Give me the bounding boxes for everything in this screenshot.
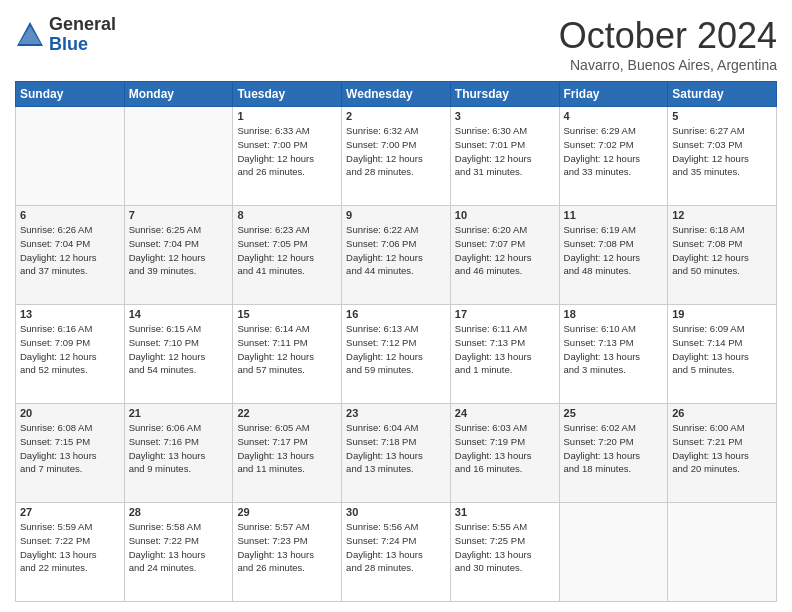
calendar-cell: 29Sunrise: 5:57 AMSunset: 7:23 PMDayligh… xyxy=(233,503,342,602)
calendar-cell: 20Sunrise: 6:08 AMSunset: 7:15 PMDayligh… xyxy=(16,404,125,503)
day-number: 1 xyxy=(237,110,337,122)
day-info: Sunrise: 6:26 AMSunset: 7:04 PMDaylight:… xyxy=(20,223,120,278)
day-info: Sunrise: 6:25 AMSunset: 7:04 PMDaylight:… xyxy=(129,223,229,278)
calendar-cell: 25Sunrise: 6:02 AMSunset: 7:20 PMDayligh… xyxy=(559,404,668,503)
calendar-cell xyxy=(559,503,668,602)
svg-marker-1 xyxy=(19,26,41,44)
day-number: 16 xyxy=(346,308,446,320)
day-number: 20 xyxy=(20,407,120,419)
day-info: Sunrise: 6:08 AMSunset: 7:15 PMDaylight:… xyxy=(20,421,120,476)
calendar-cell: 23Sunrise: 6:04 AMSunset: 7:18 PMDayligh… xyxy=(342,404,451,503)
day-info: Sunrise: 6:23 AMSunset: 7:05 PMDaylight:… xyxy=(237,223,337,278)
calendar-cell: 9Sunrise: 6:22 AMSunset: 7:06 PMDaylight… xyxy=(342,206,451,305)
calendar-week-row: 6Sunrise: 6:26 AMSunset: 7:04 PMDaylight… xyxy=(16,206,777,305)
logo-blue: Blue xyxy=(49,35,116,55)
day-info: Sunrise: 6:33 AMSunset: 7:00 PMDaylight:… xyxy=(237,124,337,179)
page: General Blue October 2024 Navarro, Bueno… xyxy=(0,0,792,612)
day-number: 9 xyxy=(346,209,446,221)
day-number: 18 xyxy=(564,308,664,320)
calendar-cell xyxy=(16,107,125,206)
day-info: Sunrise: 6:11 AMSunset: 7:13 PMDaylight:… xyxy=(455,322,555,377)
calendar-day-header: Monday xyxy=(124,82,233,107)
day-number: 8 xyxy=(237,209,337,221)
day-number: 21 xyxy=(129,407,229,419)
logo-text: General Blue xyxy=(49,15,116,55)
calendar-day-header: Sunday xyxy=(16,82,125,107)
calendar-cell xyxy=(668,503,777,602)
calendar-header-row: SundayMondayTuesdayWednesdayThursdayFrid… xyxy=(16,82,777,107)
day-number: 14 xyxy=(129,308,229,320)
calendar-cell: 5Sunrise: 6:27 AMSunset: 7:03 PMDaylight… xyxy=(668,107,777,206)
calendar-cell: 6Sunrise: 6:26 AMSunset: 7:04 PMDaylight… xyxy=(16,206,125,305)
day-info: Sunrise: 6:03 AMSunset: 7:19 PMDaylight:… xyxy=(455,421,555,476)
day-info: Sunrise: 6:06 AMSunset: 7:16 PMDaylight:… xyxy=(129,421,229,476)
calendar-cell: 18Sunrise: 6:10 AMSunset: 7:13 PMDayligh… xyxy=(559,305,668,404)
calendar-cell: 13Sunrise: 6:16 AMSunset: 7:09 PMDayligh… xyxy=(16,305,125,404)
day-info: Sunrise: 6:05 AMSunset: 7:17 PMDaylight:… xyxy=(237,421,337,476)
calendar-cell: 7Sunrise: 6:25 AMSunset: 7:04 PMDaylight… xyxy=(124,206,233,305)
calendar-week-row: 20Sunrise: 6:08 AMSunset: 7:15 PMDayligh… xyxy=(16,404,777,503)
calendar-cell: 28Sunrise: 5:58 AMSunset: 7:22 PMDayligh… xyxy=(124,503,233,602)
day-info: Sunrise: 6:16 AMSunset: 7:09 PMDaylight:… xyxy=(20,322,120,377)
calendar-cell: 17Sunrise: 6:11 AMSunset: 7:13 PMDayligh… xyxy=(450,305,559,404)
calendar-cell: 31Sunrise: 5:55 AMSunset: 7:25 PMDayligh… xyxy=(450,503,559,602)
day-info: Sunrise: 6:10 AMSunset: 7:13 PMDaylight:… xyxy=(564,322,664,377)
day-info: Sunrise: 6:27 AMSunset: 7:03 PMDaylight:… xyxy=(672,124,772,179)
day-info: Sunrise: 5:59 AMSunset: 7:22 PMDaylight:… xyxy=(20,520,120,575)
day-info: Sunrise: 6:00 AMSunset: 7:21 PMDaylight:… xyxy=(672,421,772,476)
day-number: 31 xyxy=(455,506,555,518)
logo-general: General xyxy=(49,15,116,35)
day-number: 23 xyxy=(346,407,446,419)
day-info: Sunrise: 6:19 AMSunset: 7:08 PMDaylight:… xyxy=(564,223,664,278)
day-number: 11 xyxy=(564,209,664,221)
day-info: Sunrise: 6:18 AMSunset: 7:08 PMDaylight:… xyxy=(672,223,772,278)
day-number: 29 xyxy=(237,506,337,518)
calendar-cell: 11Sunrise: 6:19 AMSunset: 7:08 PMDayligh… xyxy=(559,206,668,305)
calendar-cell: 19Sunrise: 6:09 AMSunset: 7:14 PMDayligh… xyxy=(668,305,777,404)
day-number: 30 xyxy=(346,506,446,518)
day-number: 5 xyxy=(672,110,772,122)
day-number: 25 xyxy=(564,407,664,419)
calendar-cell xyxy=(124,107,233,206)
day-number: 4 xyxy=(564,110,664,122)
day-number: 15 xyxy=(237,308,337,320)
calendar-day-header: Friday xyxy=(559,82,668,107)
calendar-table: SundayMondayTuesdayWednesdayThursdayFrid… xyxy=(15,81,777,602)
calendar-week-row: 13Sunrise: 6:16 AMSunset: 7:09 PMDayligh… xyxy=(16,305,777,404)
calendar-cell: 16Sunrise: 6:13 AMSunset: 7:12 PMDayligh… xyxy=(342,305,451,404)
day-number: 28 xyxy=(129,506,229,518)
day-info: Sunrise: 6:15 AMSunset: 7:10 PMDaylight:… xyxy=(129,322,229,377)
day-number: 27 xyxy=(20,506,120,518)
day-number: 22 xyxy=(237,407,337,419)
day-number: 10 xyxy=(455,209,555,221)
calendar-cell: 30Sunrise: 5:56 AMSunset: 7:24 PMDayligh… xyxy=(342,503,451,602)
day-info: Sunrise: 5:58 AMSunset: 7:22 PMDaylight:… xyxy=(129,520,229,575)
calendar-cell: 15Sunrise: 6:14 AMSunset: 7:11 PMDayligh… xyxy=(233,305,342,404)
logo-icon xyxy=(15,20,45,50)
day-info: Sunrise: 6:20 AMSunset: 7:07 PMDaylight:… xyxy=(455,223,555,278)
day-info: Sunrise: 5:57 AMSunset: 7:23 PMDaylight:… xyxy=(237,520,337,575)
month-title: October 2024 xyxy=(559,15,777,57)
calendar-cell: 2Sunrise: 6:32 AMSunset: 7:00 PMDaylight… xyxy=(342,107,451,206)
calendar-cell: 27Sunrise: 5:59 AMSunset: 7:22 PMDayligh… xyxy=(16,503,125,602)
day-info: Sunrise: 6:02 AMSunset: 7:20 PMDaylight:… xyxy=(564,421,664,476)
day-number: 2 xyxy=(346,110,446,122)
calendar-day-header: Thursday xyxy=(450,82,559,107)
day-info: Sunrise: 6:09 AMSunset: 7:14 PMDaylight:… xyxy=(672,322,772,377)
calendar-cell: 3Sunrise: 6:30 AMSunset: 7:01 PMDaylight… xyxy=(450,107,559,206)
day-info: Sunrise: 6:13 AMSunset: 7:12 PMDaylight:… xyxy=(346,322,446,377)
calendar-cell: 21Sunrise: 6:06 AMSunset: 7:16 PMDayligh… xyxy=(124,404,233,503)
day-number: 12 xyxy=(672,209,772,221)
day-info: Sunrise: 6:32 AMSunset: 7:00 PMDaylight:… xyxy=(346,124,446,179)
calendar-cell: 26Sunrise: 6:00 AMSunset: 7:21 PMDayligh… xyxy=(668,404,777,503)
calendar-cell: 14Sunrise: 6:15 AMSunset: 7:10 PMDayligh… xyxy=(124,305,233,404)
day-number: 26 xyxy=(672,407,772,419)
calendar-day-header: Tuesday xyxy=(233,82,342,107)
day-info: Sunrise: 6:29 AMSunset: 7:02 PMDaylight:… xyxy=(564,124,664,179)
calendar-cell: 1Sunrise: 6:33 AMSunset: 7:00 PMDaylight… xyxy=(233,107,342,206)
day-info: Sunrise: 6:04 AMSunset: 7:18 PMDaylight:… xyxy=(346,421,446,476)
day-number: 17 xyxy=(455,308,555,320)
day-number: 19 xyxy=(672,308,772,320)
day-info: Sunrise: 6:22 AMSunset: 7:06 PMDaylight:… xyxy=(346,223,446,278)
calendar-cell: 24Sunrise: 6:03 AMSunset: 7:19 PMDayligh… xyxy=(450,404,559,503)
